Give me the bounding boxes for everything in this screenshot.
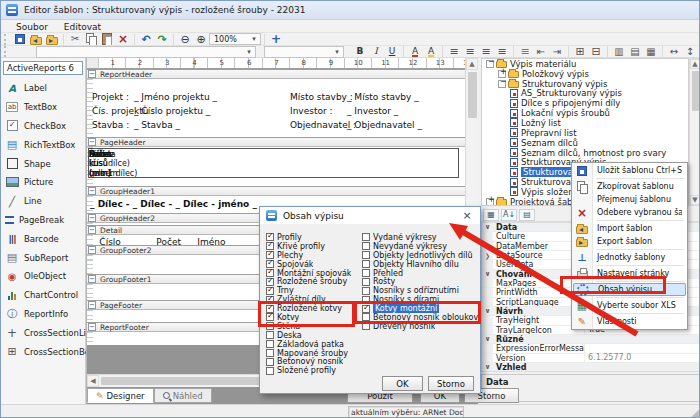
- field-label[interactable]: Projekt :: [92, 92, 129, 102]
- option-checkbox-row[interactable]: Betonový nosník: [266, 357, 361, 366]
- menu-item-prejmenuj-sablonu[interactable]: Přejmenuj šablonu: [572, 193, 687, 206]
- option-checkbox-row[interactable]: Přehled: [362, 269, 480, 278]
- field-label[interactable]: Stavba :: [92, 120, 129, 130]
- toolbox-item-line[interactable]: Line: [1, 192, 85, 211]
- tree-item[interactable]: Strukturovaný výpis: [482, 79, 688, 89]
- checkbox[interactable]: [362, 260, 370, 268]
- tab-designer[interactable]: Designer: [87, 388, 154, 403]
- page-header-table[interactable]: Pozice (čís. dílce) Počet kusů (pro 1 dí…: [88, 148, 459, 178]
- detail-field[interactable]: _ Počet: [149, 237, 181, 245]
- option-checkbox-row[interactable]: Profily: [266, 233, 361, 242]
- menu-item-jednotky-sablony[interactable]: Jednotky šablony: [572, 251, 687, 264]
- properties-pages-button[interactable]: ▤: [519, 209, 535, 221]
- property-marker-icon[interactable]: [482, 363, 493, 371]
- tree-item[interactable]: Přepravní list: [482, 128, 688, 138]
- import-template-button[interactable]: [28, 33, 44, 46]
- menu-editovat[interactable]: Editovat: [57, 21, 108, 33]
- field-label[interactable]: Investor :: [290, 106, 333, 116]
- align-center-button[interactable]: [462, 45, 478, 58]
- save-button[interactable]: [12, 33, 28, 46]
- collapse-icon[interactable]: −: [88, 246, 96, 254]
- tree-expander-icon[interactable]: [486, 60, 494, 68]
- paste-button[interactable]: [99, 33, 115, 46]
- band-header-groupheader1[interactable]: −GroupHeader1: [87, 186, 466, 196]
- option-checkbox-row[interactable]: Spojovák: [266, 260, 361, 269]
- toolbar-grip[interactable]: [4, 34, 9, 45]
- align-objects-center-button[interactable]: [627, 45, 643, 58]
- toolbox-header[interactable]: ActiveReports 6: [3, 61, 83, 75]
- option-checkbox-row[interactable]: Dřevěný nosník: [362, 322, 480, 331]
- option-checkbox-row[interactable]: Betonový nosník obloukový: [362, 313, 480, 322]
- toolbox-item-crosssectionline[interactable]: CrossSectionLine: [1, 323, 85, 342]
- property-marker-icon[interactable]: [482, 279, 493, 287]
- option-checkbox-row[interactable]: Složené profily: [266, 366, 361, 375]
- checkbox[interactable]: [362, 233, 370, 241]
- option-checkbox-row[interactable]: Kotvy: [266, 313, 361, 322]
- scroll-left-icon[interactable]: ◀: [87, 375, 99, 387]
- redo-button[interactable]: [154, 33, 170, 46]
- band-pageheader[interactable]: Pozice (čís. dílce) Počet kusů (pro 1 dí…: [87, 147, 466, 186]
- tree-item[interactable]: Lokační výpis šroubů: [482, 108, 688, 118]
- properties-sort-az-button[interactable]: A↓: [501, 209, 517, 221]
- checkbox[interactable]: [362, 269, 370, 277]
- indent-button[interactable]: [549, 45, 565, 58]
- option-checkbox-row[interactable]: Rozložené kotvy: [266, 304, 361, 313]
- format-button[interactable]: [400, 45, 407, 58]
- option-checkbox-row[interactable]: Mapované šrouby: [266, 349, 361, 358]
- property-marker-icon[interactable]: [482, 326, 493, 334]
- checkbox[interactable]: [362, 278, 370, 286]
- checkbox[interactable]: [266, 367, 274, 375]
- property-marker-icon[interactable]: [482, 232, 493, 240]
- band-header-reportheader[interactable]: −ReportHeader: [87, 69, 466, 79]
- collapse-icon[interactable]: −: [88, 323, 96, 331]
- checkbox[interactable]: [362, 251, 370, 259]
- toolbox-item-shape[interactable]: Shape: [1, 154, 85, 173]
- properties-categorized-button[interactable]: ▦: [483, 209, 499, 221]
- tree-item[interactable]: Výpis materiálu: [482, 59, 688, 69]
- format-button[interactable]: [439, 45, 446, 58]
- fill-color-button[interactable]: [423, 45, 439, 58]
- align-justify-button[interactable]: [494, 45, 510, 58]
- checkbox[interactable]: [266, 358, 274, 366]
- underline-button[interactable]: [384, 45, 400, 58]
- option-checkbox-row[interactable]: Nevydané výkresy: [362, 242, 480, 251]
- grid-button[interactable]: [572, 45, 588, 58]
- option-checkbox-row[interactable]: Nosníky s dírami: [362, 295, 480, 304]
- menu-item-vlastnosti[interactable]: Vlastnosti: [572, 315, 687, 328]
- align-right-button[interactable]: [478, 45, 494, 58]
- option-checkbox-row[interactable]: Křivé profily: [266, 242, 361, 251]
- format-button[interactable]: [510, 45, 517, 58]
- checkbox[interactable]: [266, 313, 274, 321]
- dialog-title-bar[interactable]: Obsah výpisu ×: [260, 207, 480, 224]
- option-checkbox-row[interactable]: Plechy: [266, 251, 361, 260]
- toolbox-item-crosssectionbox[interactable]: CrossSectionBox: [1, 342, 85, 361]
- export-template-button[interactable]: [44, 33, 60, 46]
- tree-item[interactable]: Seznam dílců: [482, 138, 688, 148]
- checkbox[interactable]: [362, 242, 370, 250]
- toolbox-item-barcode[interactable]: Barcode: [1, 229, 85, 248]
- tree-item[interactable]: AS_Strukturovaný výpis: [482, 89, 688, 99]
- toolbox-item-textbox[interactable]: TextBox: [1, 98, 85, 117]
- tree-expander-icon[interactable]: [486, 198, 494, 206]
- group-header1-field[interactable]: _ Dílec - _ Dílec - _ Dílec - jméno _: [90, 199, 257, 209]
- scrollbar-thumb[interactable]: [692, 71, 699, 111]
- toolbox-item-chartcontrol[interactable]: ChartControl: [1, 286, 85, 305]
- checkbox[interactable]: [362, 313, 370, 321]
- scroll-up-icon[interactable]: ▲: [690, 59, 700, 69]
- resize-grip-icon[interactable]: ◢: [691, 407, 699, 418]
- zoom-out-button[interactable]: [177, 33, 193, 46]
- snap-to-grid-button[interactable]: [588, 45, 604, 58]
- property-marker-icon[interactable]: [482, 270, 493, 278]
- checkbox[interactable]: [266, 322, 274, 330]
- toolbar-button[interactable]: [170, 33, 177, 46]
- band-header-pageheader[interactable]: −PageHeader: [87, 137, 466, 147]
- checkbox[interactable]: [266, 349, 274, 357]
- checkbox[interactable]: [266, 340, 274, 348]
- same-width-button[interactable]: [666, 45, 682, 58]
- property-marker-icon[interactable]: [482, 260, 493, 268]
- toolbox-item-pagebreak[interactable]: PageBreak: [1, 211, 85, 230]
- toolbox-item-checkbox[interactable]: CheckBox: [1, 117, 85, 136]
- collapse-icon[interactable]: −: [88, 275, 96, 283]
- scroll-up-icon[interactable]: ▲: [466, 58, 478, 70]
- font-color-button[interactable]: [407, 45, 423, 58]
